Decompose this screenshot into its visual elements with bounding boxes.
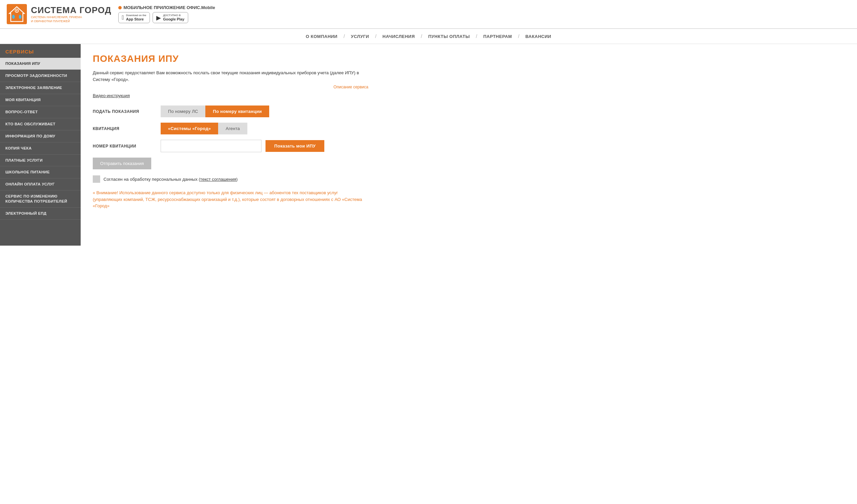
nav-item-company[interactable]: О КОМПАНИИ — [300, 34, 343, 39]
nav-item-payment-points[interactable]: ПУНКТЫ ОПЛАТЫ — [422, 34, 476, 39]
btn-sistema[interactable]: «Системы «Город» — [161, 123, 218, 134]
page-title: ПОКАЗАНИЯ ИПУ — [93, 53, 845, 64]
nav-item-accruals[interactable]: НАЧИСЛЕНИЯ — [376, 34, 421, 39]
logo-subtitle: СИСТЕМА НАЧИСЛЕНИЯ, ПРИЕМАИ ОБРАБОТКИ ПЛ… — [31, 15, 85, 23]
sidebar-item-ipu[interactable]: ПОКАЗАНИЯ ИПУ — [0, 58, 81, 70]
nomer-input[interactable] — [161, 140, 262, 152]
agree-text: Согласен на обработку персональных данны… — [103, 177, 238, 182]
app-store-button[interactable]:  Download on the App Store — [118, 12, 150, 23]
sidebar-item-my-receipt[interactable]: МОЯ КВИТАНЦИЯ — [0, 94, 81, 106]
warning-text: « Внимание! Использование данного сервис… — [93, 189, 368, 209]
kvitanciya-btn-group: «Системы «Город» Агента — [161, 123, 247, 134]
sidebar-item-house-info[interactable]: ИНФОРМАЦИЯ ПО ДОМУ — [0, 130, 81, 142]
nav-item-services[interactable]: УСЛУГИ — [345, 34, 375, 39]
video-link[interactable]: Видео-инструкция — [93, 93, 130, 98]
sidebar-item-application[interactable]: ЭЛЕКТРОННОЕ ЗАЯВЛЕНИЕ — [0, 82, 81, 94]
sidebar-item-debt[interactable]: ПРОСМОТР ЗАДОЛЖЕННОСТИ — [0, 70, 81, 82]
mobile-app-area: МОБИЛЬНОЕ ПРИЛОЖЕНИЕ ОФИС.Mobile  Downl… — [118, 5, 215, 23]
logo-icon — [7, 4, 27, 24]
submit-label: ПОДАТЬ ПОКАЗАНИЯ — [93, 109, 157, 114]
show-ipu-button[interactable]: Показать мои ИПУ — [266, 140, 324, 152]
agree-checkbox[interactable] — [93, 175, 100, 183]
logo-area: СИСТЕМА ГОРОД СИСТЕМА НАЧИСЛЕНИЯ, ПРИЕМА… — [7, 4, 112, 24]
sidebar: СЕРВИСЫ ПОКАЗАНИЯ ИПУ ПРОСМОТР ЗАДОЛЖЕНН… — [0, 44, 81, 246]
form-row-kvitanciya: КВИТАНЦИЯ «Системы «Город» Агента — [93, 123, 845, 134]
svg-point-4 — [15, 15, 18, 19]
svg-point-7 — [16, 10, 17, 12]
google-play-icon: ▶ — [156, 14, 161, 21]
kvitanciya-label: КВИТАНЦИЯ — [93, 126, 157, 131]
dot-icon — [118, 6, 122, 10]
sidebar-item-epd[interactable]: ЭЛЕКТРОННЫЙ ЕПД — [0, 208, 81, 220]
agree-link[interactable]: текст соглашения — [200, 177, 236, 182]
sidebar-item-online-payment[interactable]: ОНЛАЙН ОПЛАТА УСЛУГ — [0, 179, 81, 190]
sidebar-item-faq[interactable]: ВОПРОС-ОТВЕТ — [0, 106, 81, 118]
nav-item-partners[interactable]: ПАРТНЕРАМ — [477, 34, 518, 39]
submit-btn-group: По номеру ЛС По номеру квитанции — [161, 105, 269, 117]
agree-row: Согласен на обработку персональных данны… — [93, 175, 845, 183]
sidebar-item-consumers[interactable]: СЕРВИС ПО ИЗМЕНЕНИЮ КОЛИЧЕСТВА ПОТРЕБИТЕ… — [0, 190, 81, 208]
mobile-app-title: МОБИЛЬНОЕ ПРИЛОЖЕНИЕ ОФИС.Mobile — [118, 5, 215, 10]
logo-text-block: СИСТЕМА ГОРОД СИСТЕМА НАЧИСЛЕНИЯ, ПРИЕМА… — [31, 5, 112, 23]
sidebar-item-paid-services[interactable]: ПЛАТНЫЕ УСЛУГИ — [0, 154, 81, 167]
sidebar-title: СЕРВИСЫ — [0, 44, 81, 58]
header: СИСТЕМА ГОРОД СИСТЕМА НАЧИСЛЕНИЯ, ПРИЕМА… — [0, 0, 857, 29]
content-area: ПОКАЗАНИЯ ИПУ Данный сервис предоставляе… — [81, 44, 857, 246]
sidebar-item-check-copy[interactable]: КОПИЯ ЧЕКА — [0, 142, 81, 154]
sidebar-item-school-food[interactable]: ШКОЛЬНОЕ ПИТАНИЕ — [0, 166, 81, 179]
btn-by-kvit[interactable]: По номеру квитанции — [205, 105, 269, 117]
form-row-submit: ПОДАТЬ ПОКАЗАНИЯ По номеру ЛС По номеру … — [93, 105, 845, 117]
btn-agent[interactable]: Агента — [218, 123, 247, 134]
nav-item-vacancies[interactable]: ВАКАНСИИ — [519, 34, 557, 39]
logo-title: СИСТЕМА ГОРОД — [31, 5, 112, 15]
sidebar-item-who-serves[interactable]: КТО ВАС ОБСЛУЖИВАЕТ — [0, 118, 81, 130]
google-play-button[interactable]: ▶ ДОСТУПНО В Google Play — [153, 12, 188, 23]
form-row-nomer: НОМЕР КВИТАНЦИИ Показать мои ИПУ — [93, 140, 845, 152]
svg-point-3 — [12, 15, 15, 19]
nav: О КОМПАНИИ / УСЛУГИ / НАЧИСЛЕНИЯ / ПУНКТ… — [0, 29, 857, 44]
send-button[interactable]: Отправить показания — [93, 157, 151, 169]
svg-point-5 — [19, 15, 21, 19]
btn-by-ls[interactable]: По номеру ЛС — [161, 105, 205, 117]
main-layout: СЕРВИСЫ ПОКАЗАНИЯ ИПУ ПРОСМОТР ЗАДОЛЖЕНН… — [0, 44, 857, 246]
service-desc-link[interactable]: Описание сервиса — [93, 85, 368, 89]
apple-icon:  — [122, 14, 124, 21]
nomer-label: НОМЕР КВИТАНЦИИ — [93, 144, 157, 149]
app-buttons:  Download on the App Store ▶ ДОСТУПНО В… — [118, 12, 215, 23]
description-text: Данный сервис предоставляет Вам возможно… — [93, 70, 368, 83]
